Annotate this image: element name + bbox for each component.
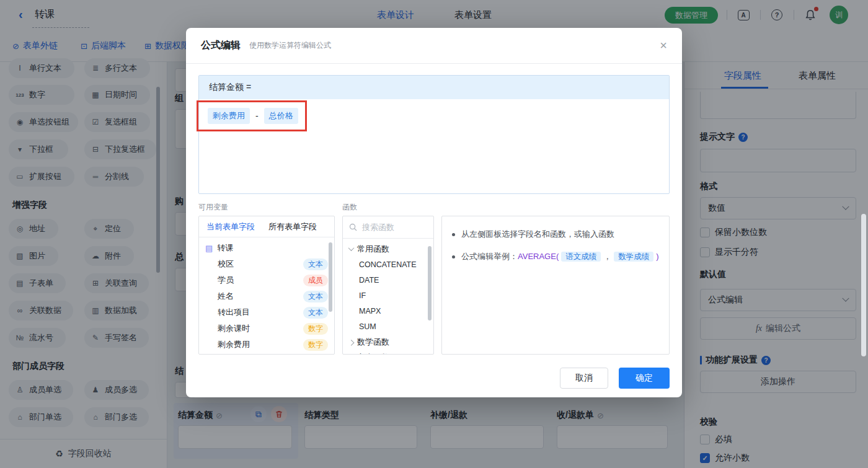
- functions-panel: 搜索函数 常用函数 CONCATENATE DATE IF MAPX SUM 数…: [342, 216, 434, 355]
- cancel-button[interactable]: 取消: [560, 368, 608, 389]
- bullet-dot: [452, 233, 455, 236]
- modal-subtitle: 使用数学运算符编辑公式: [249, 40, 331, 51]
- caret-down-icon: [348, 245, 355, 251]
- field-type-tag: 数字: [303, 339, 328, 351]
- modal-title: 公式编辑: [201, 39, 241, 52]
- field-type-tag: 文本: [303, 258, 328, 270]
- variable-row[interactable]: 转出项目文本: [199, 304, 334, 320]
- function-item[interactable]: SUM: [343, 319, 433, 334]
- hint-panel: 从左侧面板选择字段名和函数，或输入函数 公式编辑举例：AVERAGE(语文成绩，…: [441, 216, 670, 355]
- function-group-common[interactable]: 常用函数: [343, 241, 433, 257]
- confirm-button[interactable]: 确定: [619, 368, 670, 389]
- variables-label: 可用变量: [198, 202, 228, 213]
- function-item[interactable]: IF: [343, 288, 433, 303]
- tab-all-form-fields[interactable]: 所有表单字段: [268, 221, 317, 232]
- function-group-text[interactable]: 文本函数: [343, 350, 433, 355]
- tab-current-form-fields[interactable]: 当前表单字段: [206, 221, 255, 232]
- functions-label: 函数: [342, 202, 357, 213]
- modal-header: 公式编辑 使用数学运算符编辑公式: [186, 28, 682, 64]
- formula-target: 结算金额 =: [199, 76, 669, 99]
- function-item[interactable]: CONCATENATE: [343, 257, 433, 272]
- window-scrollbar[interactable]: [861, 214, 866, 356]
- field-type-tag: 文本: [303, 291, 328, 302]
- formula-operator: -: [255, 111, 259, 121]
- variable-row[interactable]: 学员成员: [199, 272, 334, 288]
- example-function-open: AVERAGE(: [518, 252, 559, 261]
- hint-line-1: 从左侧面板选择字段名和函数，或输入函数: [452, 227, 659, 241]
- panel-scrollbar[interactable]: [329, 242, 332, 312]
- variable-row[interactable]: 姓名文本: [199, 288, 334, 304]
- variables-panel: 当前表单字段 所有表单字段 ▤ 转课 校区文本 学员成员 姓名文本 转出项目文本…: [198, 216, 335, 355]
- formula-field-token[interactable]: 剩余费用: [208, 108, 250, 124]
- hint-line-2: 公式编辑举例：AVERAGE(语文成绩，数学成绩): [452, 250, 659, 263]
- formula-expression: 剩余费用 - 总价格: [199, 99, 669, 133]
- function-item[interactable]: DATE: [343, 272, 433, 288]
- close-icon[interactable]: ×: [660, 39, 667, 51]
- example-field-chip: 数学成绩: [614, 252, 653, 262]
- example-field-chip: 语文成绩: [561, 252, 601, 262]
- field-type-tag: 数字: [303, 323, 328, 335]
- variable-row[interactable]: 校区文本: [199, 256, 334, 272]
- variable-form-root[interactable]: ▤ 转课: [199, 240, 334, 256]
- example-function-close: ): [656, 252, 658, 261]
- form-doc-icon: ▤: [205, 244, 213, 253]
- app-window: ‹ 转课 表单设计 表单设置 数据管理 A ? 训 ⊘ 表单外链 ⊡ 后端脚本 …: [0, 0, 868, 468]
- formula-edit-modal: 公式编辑 使用数学运算符编辑公式 × 结算金额 = 剩余费用 - 总价格 可用变…: [186, 28, 682, 397]
- function-item[interactable]: MAPX: [343, 303, 433, 319]
- field-type-tag: 文本: [303, 307, 328, 319]
- function-search[interactable]: 搜索函数: [343, 216, 433, 239]
- panel-scrollbar[interactable]: [428, 246, 432, 320]
- formula-field-token[interactable]: 总价格: [264, 108, 298, 124]
- caret-right-icon: [348, 340, 355, 346]
- field-type-tag: 成员: [303, 275, 328, 286]
- bullet-dot: [452, 255, 455, 258]
- variable-row[interactable]: 剩余费用数字: [199, 337, 334, 353]
- variable-row[interactable]: 剩余课时数字: [199, 320, 334, 337]
- search-placeholder: 搜索函数: [362, 222, 394, 233]
- variables-tabs: 当前表单字段 所有表单字段: [199, 216, 334, 237]
- formula-editor[interactable]: 结算金额 = 剩余费用 - 总价格: [198, 75, 670, 194]
- search-icon: [349, 223, 357, 231]
- function-group-math[interactable]: 数学函数: [343, 334, 433, 350]
